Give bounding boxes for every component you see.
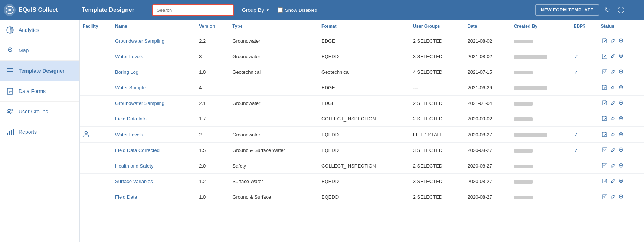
cell-name[interactable]: Groundwater Sampling xyxy=(112,33,196,49)
svg-point-13 xyxy=(8,109,10,112)
table-row: Surface Variables1.2Surface WaterEQEDD3 … xyxy=(80,174,644,189)
cell-format: EDGE xyxy=(318,33,410,49)
cell-name[interactable]: Water Levels xyxy=(112,127,196,143)
cell-name[interactable]: Field Data Corrected xyxy=(112,143,196,158)
cell-version: 4 xyxy=(196,80,229,96)
refresh-button[interactable]: ↻ xyxy=(603,4,612,16)
sidebar-analytics-label: Analytics xyxy=(19,27,39,33)
cell-status xyxy=(598,127,644,143)
cell-edp xyxy=(571,111,598,127)
cell-user-groups: 2 SELECTED xyxy=(410,33,465,49)
cell-format: EDGE xyxy=(318,96,410,111)
edit-template-button[interactable] xyxy=(609,53,617,60)
cell-created-by xyxy=(511,158,571,174)
form-action-button[interactable] xyxy=(601,146,609,154)
table-row: Groundwater Sampling2.1GroundwaterEDGE2 … xyxy=(80,96,644,111)
search-input[interactable] xyxy=(152,4,234,16)
table-row: Water Sample4EDGE---2021-06-29 xyxy=(80,80,644,96)
cell-status xyxy=(598,80,644,96)
view-template-button[interactable] xyxy=(617,178,625,185)
edit-template-button[interactable] xyxy=(609,146,617,154)
view-template-button[interactable] xyxy=(617,53,625,60)
view-template-button[interactable] xyxy=(617,193,625,201)
edit-template-button[interactable] xyxy=(609,84,617,92)
cell-date: 2021-07-15 xyxy=(464,64,511,80)
table-row: Field Data Info1.7COLLECT_INSPECTION2 SE… xyxy=(80,111,644,127)
view-template-button[interactable] xyxy=(617,162,625,170)
view-template-button[interactable] xyxy=(617,146,625,154)
form-action-button[interactable] xyxy=(601,99,609,107)
new-form-template-button[interactable]: NEW FORM TEMPLATE xyxy=(535,4,599,16)
view-template-button[interactable] xyxy=(617,68,625,76)
cell-name[interactable]: Field Data Info xyxy=(112,111,196,127)
table-container[interactable]: Facility Name Version Type Format User G… xyxy=(80,20,644,242)
form-action-button[interactable] xyxy=(601,53,609,60)
sidebar-reports-label: Reports xyxy=(19,129,37,135)
svg-point-43 xyxy=(620,149,622,150)
cell-created-by xyxy=(511,96,571,111)
cell-edp xyxy=(571,96,598,111)
cell-type: Groundwater xyxy=(229,127,318,143)
logo-icon xyxy=(4,4,16,16)
cell-facility xyxy=(80,49,112,64)
cell-name[interactable]: Surface Variables xyxy=(112,174,196,189)
sidebar-item-user-groups[interactable]: User Groups xyxy=(0,102,79,122)
cell-status xyxy=(598,111,644,127)
cell-name[interactable]: Health and Safety xyxy=(112,158,196,174)
info-button[interactable]: ⓘ xyxy=(616,4,626,16)
edit-template-button[interactable] xyxy=(609,193,617,201)
form-action-button[interactable] xyxy=(601,193,609,201)
svg-rect-8 xyxy=(7,73,11,73)
created-by-blurred xyxy=(514,102,533,106)
svg-rect-15 xyxy=(7,133,8,135)
app-logo: EQuIS Collect xyxy=(4,4,78,16)
cell-status xyxy=(598,143,644,158)
svg-point-37 xyxy=(85,132,88,134)
show-disabled-checkbox[interactable] xyxy=(278,7,283,13)
edit-template-button[interactable] xyxy=(609,131,617,139)
edit-template-button[interactable] xyxy=(609,99,617,107)
cell-name[interactable]: Boring Log xyxy=(112,64,196,80)
created-by-blurred xyxy=(514,117,533,121)
cell-name[interactable]: Field Data xyxy=(112,189,196,205)
table-header-row: Facility Name Version Type Format User G… xyxy=(80,20,644,33)
form-action-button[interactable] xyxy=(601,84,609,92)
edit-template-button[interactable] xyxy=(609,115,617,123)
view-template-button[interactable] xyxy=(617,37,625,45)
svg-point-24 xyxy=(620,55,622,57)
form-action-button[interactable] xyxy=(601,37,609,45)
sidebar-template-designer-label: Template Designer xyxy=(19,68,65,74)
form-action-button[interactable] xyxy=(601,178,609,185)
cell-date: 2021-01-04 xyxy=(464,96,511,111)
cell-version: 1.0 xyxy=(196,189,229,205)
sidebar-item-data-forms[interactable]: Data Forms xyxy=(0,81,79,102)
more-button[interactable]: ⋮ xyxy=(630,4,640,16)
svg-point-4 xyxy=(9,49,11,50)
cell-name[interactable]: Water Levels xyxy=(112,49,196,64)
sidebar-item-reports[interactable]: Reports xyxy=(0,122,79,142)
edp-check-icon: ✓ xyxy=(574,54,578,60)
edit-template-button[interactable] xyxy=(609,162,617,170)
edit-template-button[interactable] xyxy=(609,68,617,76)
cell-version: 1.2 xyxy=(196,174,229,189)
form-action-button[interactable] xyxy=(601,162,609,170)
svg-point-21 xyxy=(620,40,622,41)
cell-name[interactable]: Water Sample xyxy=(112,80,196,96)
cell-created-by xyxy=(511,33,571,49)
sidebar-item-analytics[interactable]: Analytics xyxy=(0,20,79,40)
view-template-button[interactable] xyxy=(617,99,625,107)
svg-rect-17 xyxy=(11,130,12,135)
templates-table: Facility Name Version Type Format User G… xyxy=(80,20,644,205)
view-template-button[interactable] xyxy=(617,131,625,139)
view-template-button[interactable] xyxy=(617,84,625,92)
edit-template-button[interactable] xyxy=(609,37,617,45)
form-action-button[interactable] xyxy=(601,131,609,139)
form-action-button[interactable] xyxy=(601,115,609,123)
group-by-button[interactable]: Group By ▼ xyxy=(238,5,274,15)
view-template-button[interactable] xyxy=(617,115,625,123)
edit-template-button[interactable] xyxy=(609,178,617,185)
cell-name[interactable]: Groundwater Sampling xyxy=(112,96,196,111)
sidebar-item-template-designer[interactable]: Template Designer xyxy=(0,61,79,81)
sidebar-item-map[interactable]: Map xyxy=(0,40,79,61)
form-action-button[interactable] xyxy=(601,68,609,76)
